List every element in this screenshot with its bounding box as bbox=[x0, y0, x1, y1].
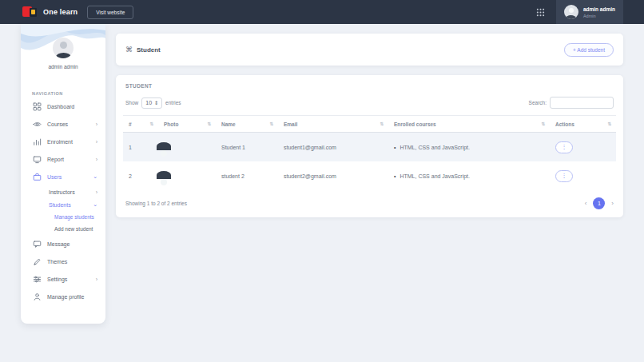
sidebar-item-users[interactable]: Users ⌄ bbox=[21, 168, 105, 185]
apps-grid-icon[interactable] bbox=[536, 8, 545, 17]
user-avatar bbox=[564, 5, 578, 19]
enrolled-courses: HTML, CSS and JavaScript. bbox=[400, 145, 470, 150]
column-header-name[interactable]: Name⇅ bbox=[216, 121, 278, 127]
search-label: Search: bbox=[529, 100, 547, 105]
bullet-icon: • bbox=[394, 173, 396, 179]
bullet-icon: • bbox=[394, 145, 396, 150]
pagination-prev-button[interactable]: ‹ bbox=[585, 200, 587, 207]
enrolment-icon bbox=[32, 137, 42, 146]
enrolled-courses: HTML, CSS and JavaScript. bbox=[400, 173, 470, 179]
sidebar-item-students[interactable]: Students ⌄ bbox=[21, 198, 105, 211]
student-name: student 2 bbox=[216, 173, 278, 179]
sidebar-item-instructors[interactable]: Instructors › bbox=[21, 185, 105, 198]
page-title: Student bbox=[137, 46, 161, 54]
chevron-right-icon: › bbox=[96, 189, 97, 195]
sidebar-item-manage-profile[interactable]: Manage profile bbox=[21, 288, 105, 305]
brand: One learn bbox=[22, 6, 78, 18]
sort-icon: ⇅ bbox=[607, 121, 611, 126]
sidebar-item-dashboard[interactable]: Dashboard bbox=[21, 97, 105, 115]
page-header-card: ⌘ Student + Add student bbox=[116, 34, 623, 66]
column-header-num[interactable]: #⇅ bbox=[123, 121, 158, 127]
sidebar-item-add-new-student[interactable]: Add new student bbox=[21, 223, 105, 235]
sort-icon: ⇅ bbox=[380, 121, 384, 126]
pagination-next-button[interactable]: › bbox=[611, 200, 614, 207]
show-label: Show bbox=[125, 100, 138, 105]
user-role: Admin bbox=[583, 14, 615, 18]
settings-icon bbox=[32, 275, 42, 284]
topbar: One learn Visit website admin admin Admi… bbox=[0, 0, 644, 24]
sort-icon: ⇅ bbox=[207, 121, 211, 126]
nav-section-heading: NAVIGATION bbox=[21, 85, 105, 97]
app-logo-icon bbox=[22, 6, 38, 18]
chevron-down-icon: ⌄ bbox=[93, 201, 97, 208]
entries-select[interactable]: 10 ⇕ bbox=[141, 97, 162, 109]
dashboard-icon bbox=[32, 102, 42, 111]
students-table: #⇅ Photo⇅ Name⇅ Email⇅ Enrolled courses⇅… bbox=[123, 115, 616, 190]
sidebar-item-report[interactable]: Report › bbox=[21, 150, 105, 168]
student-email: student2@gmail.com bbox=[278, 173, 388, 179]
pagination: ‹ 1 › bbox=[585, 197, 614, 209]
themes-icon bbox=[32, 257, 42, 266]
table-row: 2 student 2 student2@gmail.com • HTML, C… bbox=[123, 161, 616, 190]
search-input[interactable] bbox=[550, 97, 614, 109]
row-actions-button[interactable]: ⋮ bbox=[555, 170, 573, 182]
table-row: 1 Student 1 student1@gmail.com • HTML, C… bbox=[123, 133, 616, 161]
student-email: student1@gmail.com bbox=[278, 145, 388, 150]
sidebar-item-manage-students[interactable]: Manage students bbox=[21, 211, 105, 223]
chevron-right-icon: › bbox=[96, 276, 97, 282]
message-icon bbox=[32, 240, 42, 249]
sidebar-profile: admin admin bbox=[21, 24, 105, 85]
user-name: admin admin bbox=[583, 6, 615, 14]
sidebar-item-courses[interactable]: Courses › bbox=[21, 115, 105, 133]
sidebar-item-message[interactable]: Message bbox=[21, 235, 105, 253]
sort-icon: ⇅ bbox=[269, 121, 273, 126]
sidebar-item-themes[interactable]: Themes bbox=[21, 253, 105, 270]
pagination-page-button[interactable]: 1 bbox=[593, 197, 605, 209]
sidebar-nav: Dashboard Courses › Enrolment › Report › bbox=[21, 97, 105, 305]
report-icon bbox=[32, 155, 42, 164]
add-student-button[interactable]: + Add student bbox=[564, 43, 614, 57]
sort-icon: ⇅ bbox=[149, 121, 153, 126]
row-number: 1 bbox=[123, 145, 158, 150]
visit-website-button[interactable]: Visit website bbox=[87, 6, 133, 19]
chevron-right-icon: › bbox=[96, 139, 97, 145]
more-icon: ⋮ bbox=[562, 144, 567, 150]
table-header-row: #⇅ Photo⇅ Name⇅ Email⇅ Enrolled courses⇅… bbox=[123, 116, 616, 133]
select-arrows-icon: ⇕ bbox=[154, 100, 158, 105]
chevron-right-icon: › bbox=[96, 157, 97, 162]
student-table-card: STUDENT Show 10 ⇕ entries Search: #⇅ Pho… bbox=[116, 75, 623, 217]
brand-name: One learn bbox=[43, 8, 78, 16]
chevron-right-icon: › bbox=[96, 121, 97, 127]
profile-avatar bbox=[53, 38, 74, 58]
column-header-courses[interactable]: Enrolled courses⇅ bbox=[388, 121, 550, 127]
profile-name: admin admin bbox=[21, 64, 105, 70]
user-menu[interactable]: admin admin Admin bbox=[556, 0, 623, 24]
card-heading: STUDENT bbox=[123, 83, 616, 89]
entries-label: entries bbox=[165, 100, 181, 105]
row-actions-button[interactable]: ⋮ bbox=[555, 141, 573, 153]
sidebar-item-enrolment[interactable]: Enrolment › bbox=[21, 133, 105, 150]
sidebar-item-settings[interactable]: Settings › bbox=[21, 270, 105, 288]
chevron-down-icon: ⌄ bbox=[93, 173, 97, 180]
manage-profile-icon bbox=[32, 292, 42, 301]
student-name: Student 1 bbox=[216, 145, 278, 150]
more-icon: ⋮ bbox=[562, 173, 567, 179]
row-number: 2 bbox=[123, 173, 158, 179]
command-icon: ⌘ bbox=[125, 46, 133, 54]
courses-icon bbox=[32, 120, 42, 129]
column-header-photo[interactable]: Photo⇅ bbox=[158, 121, 216, 127]
column-header-actions[interactable]: Actions⇅ bbox=[550, 121, 616, 127]
users-icon bbox=[32, 173, 42, 181]
table-summary: Showing 1 to 2 of 2 entries bbox=[125, 201, 187, 206]
column-header-email[interactable]: Email⇅ bbox=[278, 121, 388, 127]
sort-icon: ⇅ bbox=[541, 121, 545, 126]
sidebar: admin admin NAVIGATION Dashboard Courses… bbox=[21, 24, 105, 324]
